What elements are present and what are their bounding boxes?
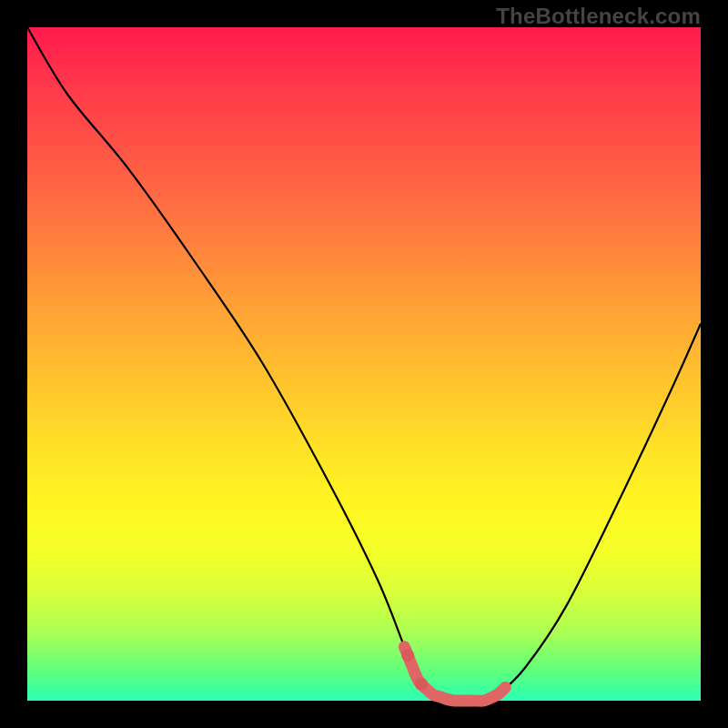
chart-svg [27,27,701,701]
highlight-dot-0 [401,649,414,662]
chart-frame: TheBottleneck.com [0,0,728,728]
highlight-band [404,647,505,701]
watermark-text: TheBottleneck.com [496,4,701,29]
bottleneck-curve [27,27,701,702]
highlight-dot-1 [415,678,428,691]
